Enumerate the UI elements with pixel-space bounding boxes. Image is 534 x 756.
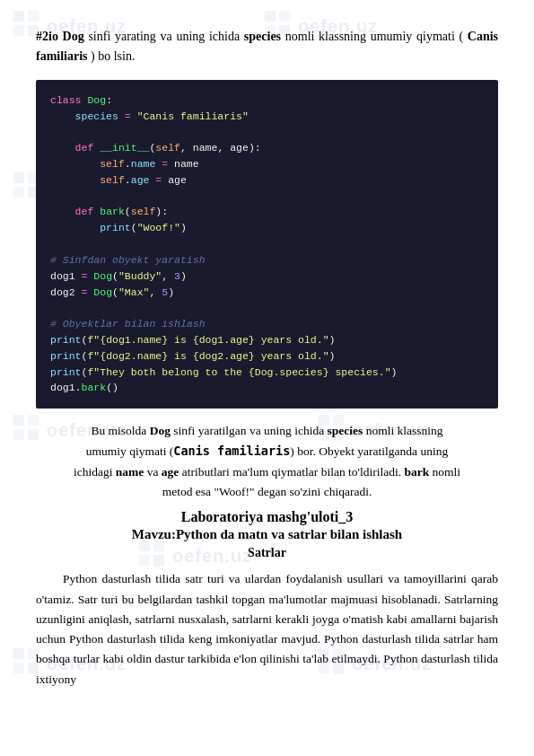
task-heading: #2io Dog sinfi yarating va uning ichida … <box>36 27 498 67</box>
task-text3: ) bo lsin. <box>91 49 135 63</box>
desc-dog: Dog <box>150 424 171 437</box>
desc-text10: metod esa "Woof!" degan so'zini chiqarad… <box>162 485 372 498</box>
task-text1: sinfi yarating va uning ichida <box>88 30 243 43</box>
lab-sub2: Satrlar <box>36 546 498 560</box>
task-species-word: species <box>244 30 281 43</box>
desc-text6: ichidagi <box>74 465 116 479</box>
desc-name: name <box>116 465 144 479</box>
body-text: Python dasturlash tilida satr turi va ul… <box>36 569 498 690</box>
task-dog-word: Dog <box>63 30 84 43</box>
description-paragraph: Bu misolda Dog sinfi yaratilgan va uning… <box>36 421 498 502</box>
desc-text1: Bu misolda <box>91 424 149 437</box>
desc-text5: ) bor. Obyekt yaratilganda uning <box>290 444 448 458</box>
desc-species: species <box>328 424 363 437</box>
desc-bark: bark <box>404 465 429 479</box>
desc-age: age <box>162 465 179 479</box>
desc-text7: va <box>144 465 162 479</box>
main-content: #2io Dog sinfi yarating va uning ichida … <box>0 0 534 722</box>
desc-text3: nomli klassning <box>363 424 442 437</box>
lab-title: Laboratoriya mashg'uloti_3 <box>36 509 498 525</box>
desc-canis: Canis familiaris <box>173 444 290 458</box>
lab-subtitle: Mavzu:Python da matn va satrlar bilan is… <box>36 527 498 542</box>
desc-text8: atributlari ma'lum qiymatlar bilan to'ld… <box>179 465 404 479</box>
code-block: class Dog: species = "Canis familiaris" … <box>36 80 498 409</box>
task-number: #2io <box>36 30 58 43</box>
desc-text2: sinfi yaratilgan va uning ichida <box>171 424 328 437</box>
task-text2: nomli klassning umumiy qiymati ( <box>285 30 463 43</box>
desc-text9: nomli <box>429 465 460 479</box>
desc-text4: umumiy qiymati ( <box>86 444 174 458</box>
